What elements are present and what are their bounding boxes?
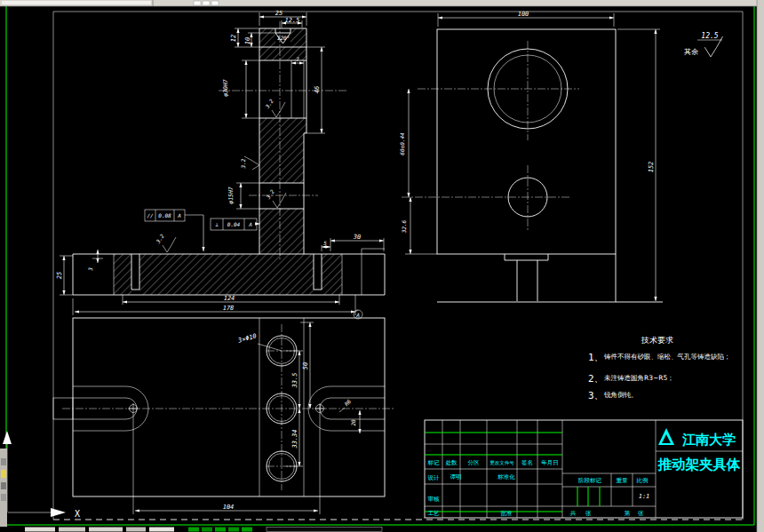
tech-req-2-text: 未注铸造圆角R3~R5； — [604, 374, 674, 382]
roughness-rest-label: 其余 — [684, 48, 698, 56]
dim-label-46: 46 — [314, 86, 321, 93]
left-toolbar-fragment[interactable] — [0, 449, 7, 527]
dim-label-33-34: 33.34 — [291, 429, 298, 449]
tech-req-2-num: 2、 — [588, 373, 604, 385]
toolbar-icon[interactable] — [1, 494, 6, 501]
dim-label-12-5: 12.5 — [285, 17, 300, 24]
svg-text:A: A — [177, 212, 181, 218]
dim-label-60: 60±0.44 — [399, 132, 405, 155]
label-weight: 重量 — [617, 477, 629, 484]
university-name: 江南大学 — [681, 432, 736, 448]
label-design: 设计 — [428, 474, 441, 481]
label-change-doc: 更改文件号 — [489, 460, 514, 465]
svg-text:⊥: ⊥ — [215, 221, 219, 227]
sheet-total-suffix: 张 — [585, 510, 592, 517]
label-approve: 批准 — [501, 510, 513, 517]
label-standardization: 标准化 — [497, 473, 515, 480]
label-process: 工艺 — [428, 510, 441, 517]
toolbar-icon[interactable] — [1, 482, 6, 489]
svg-text://: // — [147, 212, 154, 218]
dim-label-10: 10 — [244, 37, 251, 44]
toolbar-icon-yellow[interactable] — [1, 470, 6, 478]
sheet-total-prefix: 共 — [570, 510, 577, 517]
cad-application-window: 25 12.5 12 10 120° 7 46 φ30H7 φ15H7 25 3… — [0, 0, 764, 532]
dim-label-100: 100 — [518, 11, 529, 18]
dim-label-178: 178 — [223, 305, 235, 312]
label-sign: 签名 — [521, 459, 533, 466]
tech-requirements-title: 技术要求 — [641, 336, 673, 345]
label-stage-mark: 阶段标记 — [578, 477, 602, 484]
toolbar-icon[interactable] — [1, 458, 6, 465]
tech-req-1-num: 1、 — [588, 352, 604, 363]
angle-label-120: 120° — [277, 35, 290, 41]
cad-canvas[interactable]: 25 12.5 12 10 120° 7 46 φ30H7 φ15H7 25 3… — [0, 0, 764, 532]
designer-name: 谭明 — [450, 473, 462, 480]
label-check: 审核 — [428, 496, 441, 503]
dim-label-bore-30h7: φ30H7 — [222, 79, 229, 97]
sheet-num-prefix: 第 — [625, 510, 631, 517]
label-mark: 标记 — [427, 459, 441, 466]
dim-label-32-6: 32.6 — [401, 219, 407, 234]
dim-label-25-top: 25 — [275, 10, 283, 17]
dim-label-7: 7 — [296, 56, 299, 62]
dim-label-30: 30 — [353, 234, 361, 241]
tech-req-3-text: 锐角倒钝。 — [603, 391, 638, 399]
dim-label-104: 104 — [223, 504, 235, 511]
svg-text:3.2: 3.2 — [240, 158, 246, 169]
scale-value: 1:1 — [639, 493, 650, 500]
dim-label-5: 5 — [323, 240, 327, 246]
dim-label-50: 50 — [302, 362, 309, 369]
dim-label-base-25: 25 — [56, 272, 63, 279]
dim-label-bore-15h7: φ15H7 — [227, 187, 235, 204]
dim-label-20: 20 — [350, 419, 356, 426]
statusbar-fragment[interactable] — [25, 528, 382, 532]
sheet-num-suffix: 张 — [638, 510, 644, 517]
svg-text:A: A — [355, 312, 360, 318]
label-count: 处数 — [446, 459, 458, 466]
window-right-edge — [757, 0, 764, 532]
window-titlebar-fragment[interactable] — [0, 0, 764, 6]
drawing-title: 推动架夹具体 — [657, 457, 742, 472]
svg-text:0.04: 0.04 — [227, 221, 241, 227]
tech-req-3-num: 3、 — [588, 390, 604, 401]
dim-label-152: 152 — [648, 162, 655, 173]
dim-label-124: 124 — [224, 295, 235, 302]
svg-text:A: A — [248, 221, 252, 227]
label-zone: 分区 — [468, 459, 481, 466]
tech-req-1-text: 铸件不得有砂眼、缩松、气孔等铸造缺陷； — [603, 353, 731, 361]
ucs-x-label: X — [75, 509, 80, 519]
svg-text:12.5: 12.5 — [701, 32, 718, 40]
dim-label-12: 12 — [230, 35, 237, 42]
dim-label-3: 3 — [87, 267, 93, 272]
label-date: 年月日 — [541, 459, 559, 466]
label-scale: 比例 — [637, 477, 649, 484]
dim-label-33-5: 33.5 — [291, 373, 298, 389]
svg-text:0.08: 0.08 — [158, 212, 171, 218]
